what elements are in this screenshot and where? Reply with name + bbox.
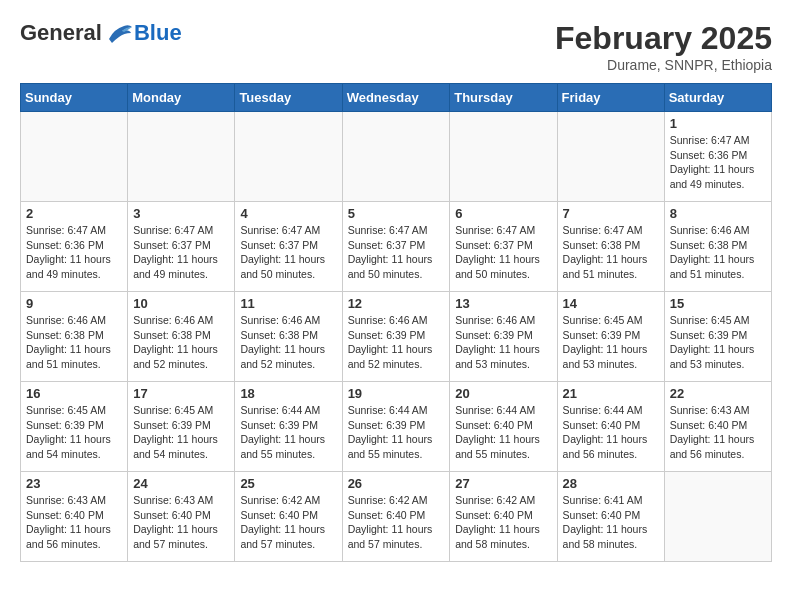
calendar-cell: 25Sunrise: 6:42 AM Sunset: 6:40 PM Dayli… [235,472,342,562]
logo-bird-icon [104,21,134,46]
day-info: Sunrise: 6:45 AM Sunset: 6:39 PM Dayligh… [670,313,766,372]
calendar-cell: 27Sunrise: 6:42 AM Sunset: 6:40 PM Dayli… [450,472,557,562]
calendar-cell: 9Sunrise: 6:46 AM Sunset: 6:38 PM Daylig… [21,292,128,382]
calendar-week-row: 2Sunrise: 6:47 AM Sunset: 6:36 PM Daylig… [21,202,772,292]
day-number: 20 [455,386,551,401]
day-number: 11 [240,296,336,311]
day-number: 2 [26,206,122,221]
calendar-cell: 11Sunrise: 6:46 AM Sunset: 6:38 PM Dayli… [235,292,342,382]
day-number: 14 [563,296,659,311]
day-number: 23 [26,476,122,491]
day-info: Sunrise: 6:47 AM Sunset: 6:37 PM Dayligh… [240,223,336,282]
calendar-cell: 14Sunrise: 6:45 AM Sunset: 6:39 PM Dayli… [557,292,664,382]
logo: General Blue [20,20,182,46]
calendar-cell: 21Sunrise: 6:44 AM Sunset: 6:40 PM Dayli… [557,382,664,472]
day-info: Sunrise: 6:41 AM Sunset: 6:40 PM Dayligh… [563,493,659,552]
day-number: 28 [563,476,659,491]
title-section: February 2025 Durame, SNNPR, Ethiopia [555,20,772,73]
day-info: Sunrise: 6:44 AM Sunset: 6:39 PM Dayligh… [240,403,336,462]
day-info: Sunrise: 6:46 AM Sunset: 6:38 PM Dayligh… [240,313,336,372]
day-info: Sunrise: 6:47 AM Sunset: 6:37 PM Dayligh… [455,223,551,282]
day-info: Sunrise: 6:47 AM Sunset: 6:36 PM Dayligh… [26,223,122,282]
calendar-cell: 17Sunrise: 6:45 AM Sunset: 6:39 PM Dayli… [128,382,235,472]
day-info: Sunrise: 6:45 AM Sunset: 6:39 PM Dayligh… [133,403,229,462]
day-number: 25 [240,476,336,491]
calendar-cell [450,112,557,202]
calendar-week-row: 9Sunrise: 6:46 AM Sunset: 6:38 PM Daylig… [21,292,772,382]
day-info: Sunrise: 6:43 AM Sunset: 6:40 PM Dayligh… [670,403,766,462]
calendar-cell: 23Sunrise: 6:43 AM Sunset: 6:40 PM Dayli… [21,472,128,562]
calendar-cell [235,112,342,202]
day-info: Sunrise: 6:46 AM Sunset: 6:38 PM Dayligh… [670,223,766,282]
day-number: 17 [133,386,229,401]
day-info: Sunrise: 6:42 AM Sunset: 6:40 PM Dayligh… [240,493,336,552]
calendar-cell: 2Sunrise: 6:47 AM Sunset: 6:36 PM Daylig… [21,202,128,292]
location-subtitle: Durame, SNNPR, Ethiopia [555,57,772,73]
day-info: Sunrise: 6:42 AM Sunset: 6:40 PM Dayligh… [455,493,551,552]
day-info: Sunrise: 6:46 AM Sunset: 6:39 PM Dayligh… [455,313,551,372]
day-info: Sunrise: 6:47 AM Sunset: 6:37 PM Dayligh… [133,223,229,282]
day-number: 27 [455,476,551,491]
column-header-wednesday: Wednesday [342,84,450,112]
day-info: Sunrise: 6:42 AM Sunset: 6:40 PM Dayligh… [348,493,445,552]
day-number: 22 [670,386,766,401]
day-number: 19 [348,386,445,401]
day-number: 16 [26,386,122,401]
calendar-cell [128,112,235,202]
calendar-cell: 28Sunrise: 6:41 AM Sunset: 6:40 PM Dayli… [557,472,664,562]
logo-blue-text: Blue [134,20,182,46]
calendar-cell: 1Sunrise: 6:47 AM Sunset: 6:36 PM Daylig… [664,112,771,202]
day-number: 8 [670,206,766,221]
day-number: 6 [455,206,551,221]
calendar-header-row: SundayMondayTuesdayWednesdayThursdayFrid… [21,84,772,112]
column-header-saturday: Saturday [664,84,771,112]
calendar-cell: 4Sunrise: 6:47 AM Sunset: 6:37 PM Daylig… [235,202,342,292]
day-info: Sunrise: 6:46 AM Sunset: 6:38 PM Dayligh… [133,313,229,372]
day-info: Sunrise: 6:46 AM Sunset: 6:39 PM Dayligh… [348,313,445,372]
day-info: Sunrise: 6:46 AM Sunset: 6:38 PM Dayligh… [26,313,122,372]
day-info: Sunrise: 6:47 AM Sunset: 6:37 PM Dayligh… [348,223,445,282]
day-number: 3 [133,206,229,221]
calendar-cell: 24Sunrise: 6:43 AM Sunset: 6:40 PM Dayli… [128,472,235,562]
calendar-cell: 6Sunrise: 6:47 AM Sunset: 6:37 PM Daylig… [450,202,557,292]
page-header: General Blue February 2025 Durame, SNNPR… [20,20,772,73]
day-number: 5 [348,206,445,221]
day-info: Sunrise: 6:45 AM Sunset: 6:39 PM Dayligh… [26,403,122,462]
day-number: 1 [670,116,766,131]
calendar-cell: 12Sunrise: 6:46 AM Sunset: 6:39 PM Dayli… [342,292,450,382]
calendar-cell: 15Sunrise: 6:45 AM Sunset: 6:39 PM Dayli… [664,292,771,382]
calendar-cell [342,112,450,202]
calendar-cell: 8Sunrise: 6:46 AM Sunset: 6:38 PM Daylig… [664,202,771,292]
day-number: 7 [563,206,659,221]
calendar-cell: 5Sunrise: 6:47 AM Sunset: 6:37 PM Daylig… [342,202,450,292]
calendar-cell [557,112,664,202]
calendar-week-row: 16Sunrise: 6:45 AM Sunset: 6:39 PM Dayli… [21,382,772,472]
day-number: 24 [133,476,229,491]
calendar-cell: 19Sunrise: 6:44 AM Sunset: 6:39 PM Dayli… [342,382,450,472]
calendar-cell: 20Sunrise: 6:44 AM Sunset: 6:40 PM Dayli… [450,382,557,472]
calendar-table: SundayMondayTuesdayWednesdayThursdayFrid… [20,83,772,562]
day-number: 12 [348,296,445,311]
day-number: 4 [240,206,336,221]
calendar-cell: 7Sunrise: 6:47 AM Sunset: 6:38 PM Daylig… [557,202,664,292]
calendar-cell: 16Sunrise: 6:45 AM Sunset: 6:39 PM Dayli… [21,382,128,472]
day-info: Sunrise: 6:44 AM Sunset: 6:40 PM Dayligh… [563,403,659,462]
calendar-cell: 22Sunrise: 6:43 AM Sunset: 6:40 PM Dayli… [664,382,771,472]
day-number: 15 [670,296,766,311]
day-info: Sunrise: 6:43 AM Sunset: 6:40 PM Dayligh… [26,493,122,552]
calendar-cell: 3Sunrise: 6:47 AM Sunset: 6:37 PM Daylig… [128,202,235,292]
day-info: Sunrise: 6:44 AM Sunset: 6:39 PM Dayligh… [348,403,445,462]
column-header-tuesday: Tuesday [235,84,342,112]
calendar-cell: 10Sunrise: 6:46 AM Sunset: 6:38 PM Dayli… [128,292,235,382]
day-number: 9 [26,296,122,311]
column-header-friday: Friday [557,84,664,112]
calendar-week-row: 1Sunrise: 6:47 AM Sunset: 6:36 PM Daylig… [21,112,772,202]
day-info: Sunrise: 6:43 AM Sunset: 6:40 PM Dayligh… [133,493,229,552]
calendar-cell [21,112,128,202]
day-number: 21 [563,386,659,401]
day-info: Sunrise: 6:47 AM Sunset: 6:36 PM Dayligh… [670,133,766,192]
day-number: 10 [133,296,229,311]
month-year-title: February 2025 [555,20,772,57]
day-number: 26 [348,476,445,491]
column-header-monday: Monday [128,84,235,112]
